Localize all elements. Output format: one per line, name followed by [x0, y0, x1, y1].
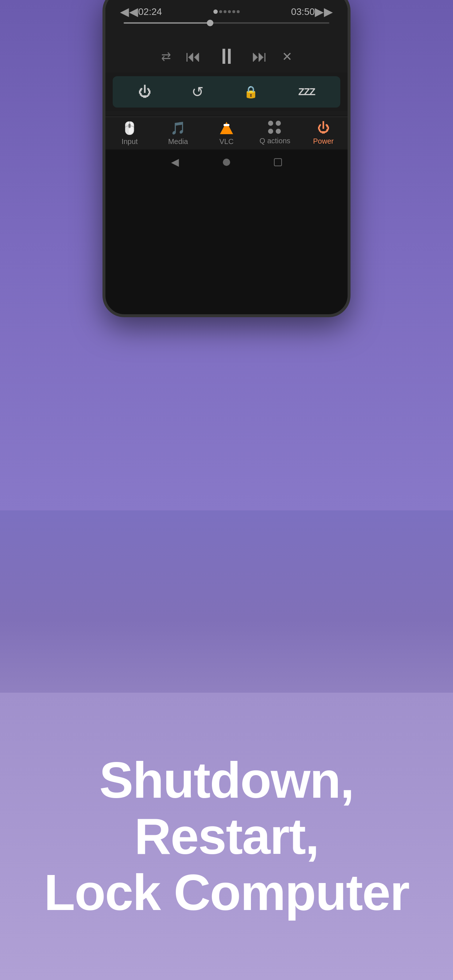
seek-dot-4: [232, 10, 235, 13]
power-tab-icon: ⏻: [317, 121, 330, 135]
input-icon: 🖱️: [122, 121, 137, 135]
time-current: 02:24: [138, 6, 162, 18]
time-total: 03:50: [291, 6, 315, 18]
quick-actions-bar: ⏻ ↺ 🔒 ZZZ: [113, 76, 340, 108]
tab-power-label: Power: [313, 137, 334, 145]
rewind-icon[interactable]: ◀◀: [120, 5, 138, 19]
lock-action-button[interactable]: 🔒: [244, 85, 258, 99]
vlc-cone: [220, 122, 233, 134]
player-area: ◀◀ 02:24 03:50 ▶▶: [105, 0, 348, 37]
sleep-action-button[interactable]: ZZZ: [298, 86, 315, 98]
seek-dots: [162, 10, 291, 14]
seek-dot-3: [228, 10, 231, 13]
progress-fill: [124, 22, 210, 24]
tab-media[interactable]: 🎵 Media: [154, 121, 203, 146]
prev-button[interactable]: ⏮: [186, 48, 201, 65]
repeat-button[interactable]: ⇄: [161, 49, 171, 64]
playback-controls: ⇄ ⏮ ⏸ ⏭ ✕: [105, 37, 348, 73]
progress-bar[interactable]: [124, 22, 329, 24]
close-button[interactable]: ✕: [282, 49, 292, 64]
forward-icon[interactable]: ▶▶: [315, 5, 333, 19]
seek-dot-1: [219, 10, 222, 13]
phone-screen: ◀◀ 02:24 03:50 ▶▶: [105, 0, 348, 175]
back-button[interactable]: ◀: [171, 156, 179, 168]
middle-section: [0, 511, 453, 693]
tab-power[interactable]: ⏻ Power: [299, 121, 348, 146]
recents-button[interactable]: [274, 158, 282, 166]
android-nav-bar: ◀: [105, 150, 348, 175]
tab-q-actions[interactable]: Q actions: [250, 121, 299, 146]
seek-dot-2: [223, 10, 226, 13]
restart-action-button[interactable]: ↺: [191, 83, 204, 100]
headline-line1: Shutdown, Restart,: [99, 751, 353, 865]
next-button[interactable]: ⏭: [252, 48, 267, 65]
pause-button[interactable]: ⏸: [215, 44, 238, 69]
bottom-section: Shutdown, Restart, Lock Computer: [0, 693, 453, 980]
tab-q-actions-label: Q actions: [260, 137, 290, 145]
seek-dot-active: [214, 10, 218, 14]
spacer: [105, 111, 348, 115]
vlc-icon: [219, 121, 234, 135]
tab-vlc-label: VLC: [220, 137, 234, 146]
tab-media-label: Media: [168, 137, 188, 146]
bottom-tabs: 🖱️ Input 🎵 Media VLC: [105, 117, 348, 150]
progress-bar-container[interactable]: [116, 22, 337, 29]
headline-line2: Lock Computer: [44, 864, 409, 921]
q-actions-icon: [268, 121, 282, 135]
tab-vlc[interactable]: VLC: [203, 121, 251, 146]
power-action-button[interactable]: ⏻: [138, 84, 152, 100]
progress-thumb: [207, 20, 214, 26]
headline-text: Shutdown, Restart, Lock Computer: [22, 752, 431, 921]
phone-mockup: ◀◀ 02:24 03:50 ▶▶: [102, 0, 351, 317]
tab-input-label: Input: [121, 137, 137, 146]
seek-dot-5: [237, 10, 239, 13]
media-icon: 🎵: [170, 121, 186, 135]
tab-input[interactable]: 🖱️ Input: [105, 121, 154, 146]
home-button[interactable]: [223, 159, 230, 166]
time-row: ◀◀ 02:24 03:50 ▶▶: [116, 0, 337, 22]
top-section: ◀◀ 02:24 03:50 ▶▶: [0, 0, 453, 511]
